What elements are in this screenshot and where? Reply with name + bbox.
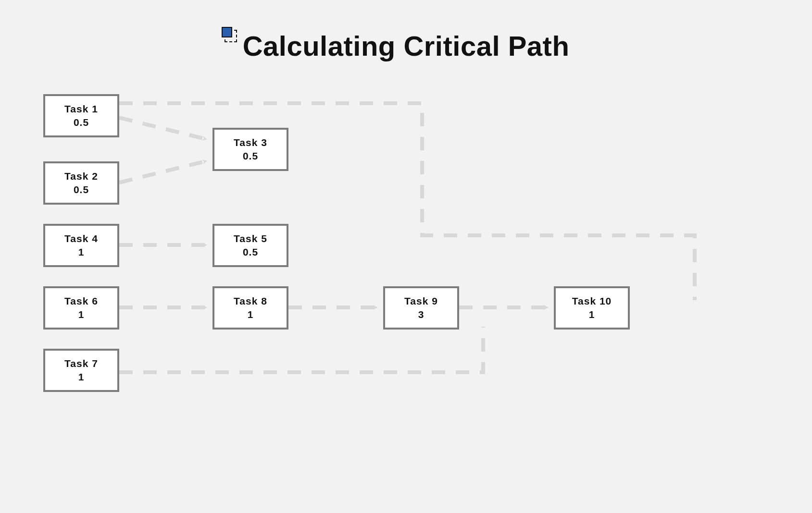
diagram-canvas: Calculating Critical Path xyxy=(0,0,812,513)
task-box-2: Task 2 0.5 xyxy=(43,161,119,205)
task-name: Task 5 xyxy=(234,232,267,245)
task-box-9: Task 9 3 xyxy=(383,286,459,330)
task-name: Task 9 xyxy=(404,294,438,308)
task-value: 0.5 xyxy=(243,245,258,259)
task-box-10: Task 10 1 xyxy=(554,286,630,330)
task-value: 0.5 xyxy=(74,116,89,129)
task-value: 1 xyxy=(78,245,85,259)
task-name: Task 8 xyxy=(234,294,267,308)
task-value: 1 xyxy=(78,370,85,384)
task-name: Task 3 xyxy=(234,136,267,149)
title-area: Calculating Critical Path xyxy=(0,30,812,62)
task-name: Task 7 xyxy=(64,357,98,370)
task-box-7: Task 7 1 xyxy=(43,349,119,392)
task-box-4: Task 4 1 xyxy=(43,224,119,267)
task-name: Task 1 xyxy=(64,102,98,116)
task-value: 3 xyxy=(418,308,425,321)
task-box-1: Task 1 0.5 xyxy=(43,94,119,137)
task-box-8: Task 8 1 xyxy=(212,286,288,330)
flow-connectors xyxy=(0,0,812,513)
task-value: 0.5 xyxy=(243,149,258,163)
task-value: 1 xyxy=(248,308,254,321)
task-box-3: Task 3 0.5 xyxy=(212,128,288,171)
svg-line-1 xyxy=(119,161,207,183)
title-text: Calculating Critical Path xyxy=(243,30,570,61)
task-name: Task 2 xyxy=(64,170,98,183)
task-value: 1 xyxy=(78,308,85,321)
task-value: 0.5 xyxy=(74,183,89,196)
diagram-title: Calculating Critical Path xyxy=(243,30,570,62)
task-name: Task 10 xyxy=(572,294,612,308)
task-name: Task 6 xyxy=(64,294,98,308)
task-box-6: Task 6 1 xyxy=(43,286,119,330)
task-box-5: Task 5 0.5 xyxy=(212,224,288,267)
title-icon xyxy=(222,27,235,40)
task-name: Task 4 xyxy=(64,232,98,245)
task-value: 1 xyxy=(589,308,595,321)
svg-line-0 xyxy=(119,118,207,139)
